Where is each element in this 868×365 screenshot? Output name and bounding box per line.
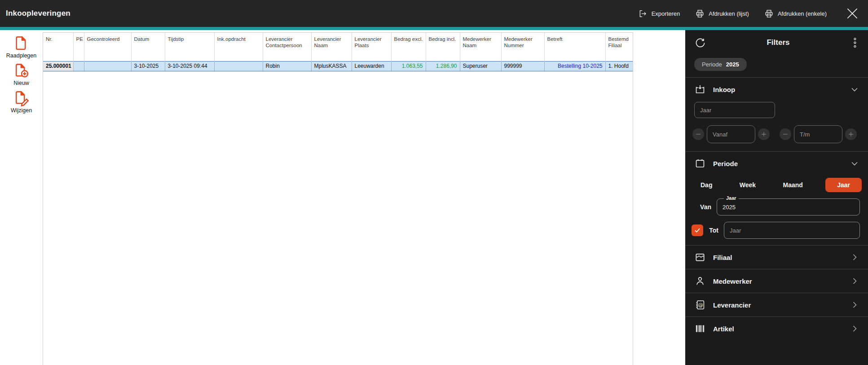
- close-icon: [845, 6, 860, 21]
- column-header[interactable]: Gecontroleerd: [84, 33, 131, 61]
- afdrukken-lijst-button[interactable]: Afdrukken (lijst): [695, 9, 749, 18]
- document-edit-icon: [13, 89, 30, 106]
- action-sidebar: Raadplegen Nieuw Wijzigen: [0, 30, 43, 365]
- section-label: Inkoop: [713, 86, 842, 93]
- table-cell: 25.000001: [43, 61, 73, 71]
- table-cell: [214, 61, 263, 71]
- vanaf-increment-button[interactable]: [758, 128, 770, 140]
- section-artikel[interactable]: Artikel: [685, 317, 868, 340]
- tot-label: Tot: [700, 227, 718, 234]
- table-cell: 3-10-2025: [131, 61, 165, 71]
- chip-value: 2025: [726, 61, 739, 68]
- column-header[interactable]: Ink.opdracht: [214, 33, 263, 61]
- tab-dag[interactable]: Dag: [696, 178, 717, 192]
- printer-icon: [695, 9, 705, 18]
- sidebar-item-label: Wijzigen: [11, 107, 32, 114]
- filters-title: Filters: [706, 38, 850, 47]
- van-field-legend: Jaar: [724, 195, 739, 201]
- printer-icon: [764, 9, 774, 18]
- close-button[interactable]: [845, 6, 860, 21]
- tm-input[interactable]: [794, 125, 842, 143]
- section-inkoop[interactable]: Inkoop: [685, 78, 868, 101]
- filters-panel: Filters Periode 2025 Inkoop: [685, 30, 868, 365]
- title-bar: Inkoopleveringen Exporteren Afdrukken (l…: [0, 0, 868, 27]
- van-jaar-input[interactable]: [717, 198, 860, 215]
- column-header[interactable]: Tijdstip: [165, 33, 214, 61]
- table-row[interactable]: 25.0000013-10-20253-10-2025 09:44RobinMp…: [43, 61, 633, 71]
- column-header[interactable]: Bedrag incl.: [426, 33, 460, 61]
- active-filter-chip[interactable]: Periode 2025: [694, 58, 747, 71]
- table-cell: [73, 61, 84, 71]
- exporteren-label: Exporteren: [652, 10, 680, 17]
- table-cell: 3-10-2025 09:44: [165, 61, 214, 71]
- column-header[interactable]: Bedrag excl.: [391, 33, 426, 61]
- periode-tot-row: Tot: [685, 222, 868, 239]
- table-cell: [84, 61, 131, 71]
- inkoop-jaar-row: [685, 101, 868, 125]
- tab-jaar[interactable]: Jaar: [825, 178, 862, 192]
- section-label: Periode: [713, 160, 842, 167]
- column-header[interactable]: Betreft: [544, 33, 605, 61]
- address-book-icon: @: [694, 299, 706, 311]
- afdrukken-lijst-label: Afdrukken (lijst): [709, 10, 749, 17]
- column-header[interactable]: Nr.: [43, 33, 73, 61]
- column-header[interactable]: Datum: [131, 33, 165, 61]
- section-label: Medewerker: [713, 277, 842, 285]
- sidebar-item-nieuw[interactable]: Nieuw: [13, 62, 30, 86]
- section-label: Leverancier: [713, 301, 842, 309]
- exporteren-button[interactable]: Exporteren: [638, 9, 680, 18]
- tab-maand[interactable]: Maand: [778, 178, 807, 192]
- tm-decrement-button[interactable]: [780, 128, 791, 140]
- column-header[interactable]: Medewerker Naam: [460, 33, 501, 61]
- chevron-down-icon: [849, 84, 860, 95]
- column-header[interactable]: Bestemd Filiaal: [605, 33, 633, 61]
- page-title: Inkoopleveringen: [0, 9, 70, 18]
- sidebar-item-label: Nieuw: [13, 80, 29, 86]
- sidebar-item-raadplegen[interactable]: Raadplegen: [6, 35, 36, 59]
- section-periode[interactable]: Periode: [685, 152, 868, 175]
- table-cell: Leeuwarden: [352, 61, 391, 71]
- table-cell: Bestelling 10-2025: [544, 61, 605, 71]
- periode-granularity-tabs: Dag Week Maand Jaar: [685, 175, 868, 198]
- afdrukken-enkele-label: Afdrukken (enkele): [778, 10, 827, 17]
- chevron-right-icon: [849, 323, 860, 334]
- tab-week[interactable]: Week: [735, 178, 760, 192]
- column-header[interactable]: Leverancier Plaats: [352, 33, 391, 61]
- section-filiaal[interactable]: Filiaal: [685, 246, 868, 269]
- barcode-icon: [694, 323, 706, 334]
- section-leverancier[interactable]: @ Leverancier: [685, 293, 868, 317]
- inkoop-jaar-input[interactable]: [694, 102, 775, 118]
- afdrukken-enkele-button[interactable]: Afdrukken (enkele): [764, 9, 827, 18]
- document-icon: [13, 35, 29, 52]
- column-header[interactable]: Medewerker Nummer: [501, 33, 544, 61]
- table-cell: Superuser: [460, 61, 501, 71]
- refresh-icon[interactable]: [694, 37, 706, 49]
- vanaf-decrement-button[interactable]: [692, 128, 704, 140]
- column-header[interactable]: Leverancier Contactpersoon: [263, 33, 311, 61]
- tm-increment-button[interactable]: [845, 128, 857, 140]
- table-cell: MplusKASSA: [311, 61, 352, 71]
- table-cell: Robin: [263, 61, 311, 71]
- column-header[interactable]: Leverancier Naam: [311, 33, 352, 61]
- chevron-down-icon: [849, 158, 860, 169]
- column-header[interactable]: PE: [73, 33, 84, 61]
- teal-accent-line: [0, 27, 868, 30]
- chip-label: Periode: [702, 61, 722, 68]
- calendar-icon: [694, 158, 706, 169]
- toolbar: Exporteren Afdrukken (lijst) Afdrukken (…: [638, 6, 868, 21]
- table-cell: 1. Hoofd: [605, 61, 633, 71]
- vanaf-input[interactable]: [707, 125, 755, 143]
- tot-jaar-input[interactable]: [724, 222, 860, 239]
- orders-table: Nr.PEGecontroleerdDatumTijdstipInk.opdra…: [43, 32, 633, 365]
- export-icon: [638, 9, 648, 18]
- svg-text:@: @: [698, 302, 703, 308]
- sidebar-item-wijzigen[interactable]: Wijzigen: [11, 89, 32, 114]
- inkoop-range-row: [685, 125, 868, 151]
- inbox-arrow-icon: [694, 84, 706, 95]
- kebab-menu-icon[interactable]: [850, 36, 860, 49]
- document-plus-icon: [13, 62, 30, 79]
- section-medewerker[interactable]: Medewerker: [685, 269, 868, 293]
- periode-van-row: Van Jaar: [685, 198, 868, 215]
- storefront-icon: [694, 251, 706, 263]
- chevron-right-icon: [849, 299, 860, 310]
